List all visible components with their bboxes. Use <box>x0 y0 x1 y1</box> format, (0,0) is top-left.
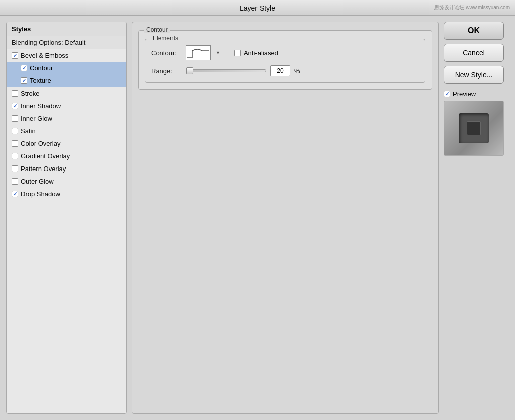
contour-label: Contour <box>30 64 53 72</box>
contour-checkbox[interactable] <box>21 65 27 71</box>
gradient-overlay-checkbox[interactable] <box>12 153 18 159</box>
layer-style-dialog: Layer Style 思缘设计论坛 www.missyuan.com Styl… <box>0 0 515 420</box>
gradient-overlay-label: Gradient Overlay <box>21 152 70 160</box>
elements-group: Elements Contour: ▼ Anti-aliased <box>145 39 425 83</box>
outer-glow-checkbox[interactable] <box>12 178 18 185</box>
contour-group-title: Contour <box>144 26 170 33</box>
dialog-body: Styles Blending Options: Default Bevel &… <box>0 16 515 420</box>
main-content-area: Contour Elements Contour: ▼ <box>132 22 439 414</box>
bevel-emboss-checkbox[interactable] <box>12 52 18 59</box>
anti-alias-label: Anti-aliased <box>244 49 278 57</box>
contour-thumbnail[interactable] <box>186 45 211 60</box>
contour-group: Contour Elements Contour: ▼ <box>138 30 432 90</box>
preview-checkbox[interactable] <box>444 91 450 97</box>
watermark: 思缘设计论坛 www.missyuan.com <box>434 4 510 11</box>
anti-alias-checkbox[interactable] <box>234 50 241 56</box>
cancel-button[interactable]: Cancel <box>444 44 504 62</box>
sidebar-item-drop-shadow[interactable]: Drop Shadow <box>7 188 126 200</box>
pattern-overlay-label: Pattern Overlay <box>21 165 66 173</box>
dialog-title: Layer Style <box>240 4 275 12</box>
preview-label: Preview <box>453 90 476 98</box>
preview-box <box>444 101 504 156</box>
sidebar-item-bevel-emboss[interactable]: Bevel & Emboss <box>7 49 126 62</box>
texture-label: Texture <box>30 77 51 85</box>
preview-inner-shape <box>459 113 489 143</box>
satin-checkbox[interactable] <box>12 128 18 134</box>
preview-section: Preview <box>444 90 509 156</box>
inner-glow-checkbox[interactable] <box>12 115 18 122</box>
range-row: Range: % <box>151 65 419 76</box>
sidebar-item-pattern-overlay[interactable]: Pattern Overlay <box>7 162 126 175</box>
preview-label-row: Preview <box>444 90 476 98</box>
new-style-button[interactable]: New Style... <box>444 66 504 84</box>
sidebar-item-inner-glow[interactable]: Inner Glow <box>7 112 126 125</box>
color-overlay-label: Color Overlay <box>21 140 60 147</box>
contour-field-label: Contour: <box>151 49 182 57</box>
layer-items-list: Bevel & Emboss Contour Texture Stroke <box>7 49 126 413</box>
drop-shadow-label: Drop Shadow <box>21 190 60 198</box>
range-percent-label: % <box>294 67 300 75</box>
inner-shadow-label: Inner Shadow <box>21 102 61 110</box>
sidebar-item-color-overlay[interactable]: Color Overlay <box>7 137 126 150</box>
sidebar-item-inner-shadow[interactable]: Inner Shadow <box>7 100 126 112</box>
styles-header: Styles <box>7 22 126 36</box>
right-panel: OK Cancel New Style... Preview <box>444 22 509 414</box>
range-value-input[interactable] <box>270 65 290 76</box>
preview-icon <box>467 121 481 135</box>
anti-alias-row: Anti-aliased <box>234 49 278 57</box>
ok-button[interactable]: OK <box>444 22 504 40</box>
range-slider-track[interactable] <box>186 69 266 72</box>
color-overlay-checkbox[interactable] <box>12 140 18 147</box>
title-bar: Layer Style 思缘设计论坛 www.missyuan.com <box>0 0 515 16</box>
elements-group-title: Elements <box>150 35 181 42</box>
stroke-label: Stroke <box>21 90 40 97</box>
sidebar-item-contour[interactable]: Contour <box>7 62 126 74</box>
range-slider-thumb[interactable] <box>186 67 193 74</box>
stroke-checkbox[interactable] <box>12 90 18 97</box>
inner-shadow-checkbox[interactable] <box>12 103 18 109</box>
left-panel: Styles Blending Options: Default Bevel &… <box>6 22 127 414</box>
inner-glow-label: Inner Glow <box>21 115 52 122</box>
sidebar-item-gradient-overlay[interactable]: Gradient Overlay <box>7 150 126 162</box>
satin-label: Satin <box>21 127 36 135</box>
sidebar-item-satin[interactable]: Satin <box>7 125 126 137</box>
blending-options-item[interactable]: Blending Options: Default <box>7 36 126 49</box>
sidebar-item-texture[interactable]: Texture <box>7 74 126 87</box>
outer-glow-label: Outer Glow <box>21 178 54 185</box>
texture-checkbox[interactable] <box>21 77 27 84</box>
pattern-overlay-checkbox[interactable] <box>12 165 18 172</box>
range-field-label: Range: <box>151 67 182 75</box>
contour-row: Contour: ▼ Anti-aliased <box>151 45 419 60</box>
bevel-emboss-label: Bevel & Emboss <box>21 52 68 59</box>
sidebar-item-outer-glow[interactable]: Outer Glow <box>7 175 126 188</box>
drop-shadow-checkbox[interactable] <box>12 191 18 197</box>
contour-dropdown-arrow[interactable]: ▼ <box>216 50 220 55</box>
sidebar-item-stroke[interactable]: Stroke <box>7 87 126 100</box>
